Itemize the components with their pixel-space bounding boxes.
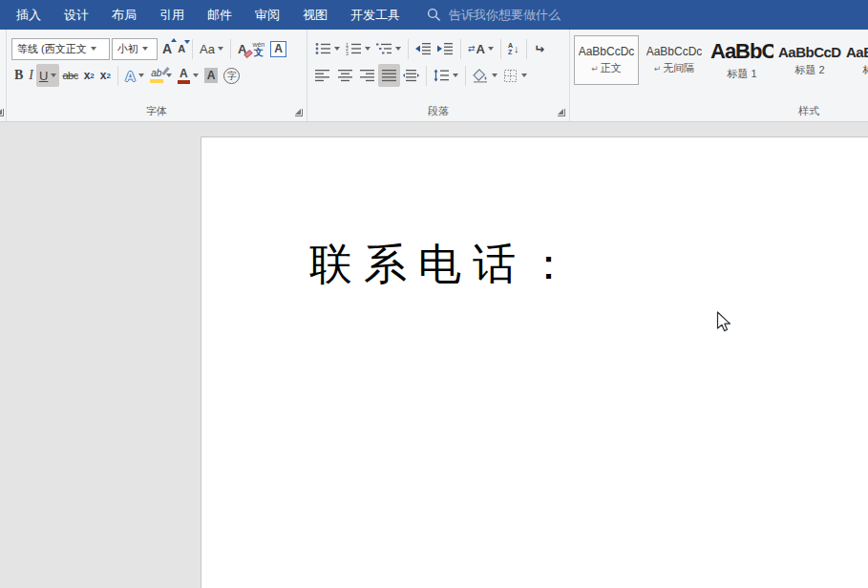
- style-name: ↵无间隔: [654, 61, 695, 75]
- grow-font-icon: A: [162, 41, 172, 56]
- search-placeholder: 告诉我你想要做什么: [449, 7, 561, 24]
- divider: [426, 66, 427, 86]
- tab-view[interactable]: 视图: [291, 0, 339, 30]
- align-right-button[interactable]: [356, 64, 378, 87]
- paragraph-dialog-launcher-icon[interactable]: [558, 109, 565, 116]
- bullet-list-button[interactable]: [312, 37, 343, 60]
- subscript-button[interactable]: x2: [81, 64, 97, 87]
- style-name: 标题 2: [794, 63, 824, 77]
- style-preview: AaBbCcDc: [846, 44, 868, 60]
- style-heading-1[interactable]: AaBbCcDc 标题 1: [709, 35, 774, 85]
- align-center-icon: [337, 69, 353, 82]
- chevron-down-icon: [395, 47, 401, 51]
- font-size-combo[interactable]: 小初: [112, 38, 158, 60]
- superscript-button[interactable]: x2: [97, 64, 114, 87]
- document-body-text[interactable]: 联系电话：: [309, 236, 582, 293]
- chevron-down-icon: [193, 74, 199, 77]
- chevron-down-icon: [365, 47, 370, 51]
- grow-font-button[interactable]: A: [159, 37, 175, 60]
- divider: [465, 66, 466, 86]
- clear-formatting-icon: A: [238, 42, 246, 56]
- strikethrough-button[interactable]: abc: [59, 64, 80, 87]
- ribbon: 等线 (西文正文 小初 A A Aa: [0, 30, 868, 122]
- clipboard-group-partial: [0, 30, 7, 121]
- ribbon-tab-bar: 插入 设计 布局 引用 邮件 审阅 视图 开发工具 告诉我你想要做什么: [0, 0, 868, 30]
- align-center-button[interactable]: [334, 64, 356, 87]
- asian-layout-button[interactable]: ⇄ A: [465, 37, 497, 60]
- show-marks-button[interactable]: ↵: [531, 37, 547, 60]
- font-name-combo[interactable]: 等线 (西文正文: [11, 38, 110, 60]
- tab-layout[interactable]: 布局: [100, 0, 148, 30]
- style-name: ↵正文: [591, 61, 622, 75]
- distribute-button[interactable]: [400, 64, 422, 87]
- line-spacing-button[interactable]: [431, 64, 461, 87]
- style-preview: AaBbCcDc: [778, 44, 841, 60]
- divider: [460, 39, 461, 59]
- shading-button[interactable]: [470, 64, 500, 87]
- numbered-list-button[interactable]: 1 2 3: [343, 37, 373, 60]
- styles-group-label: 样式: [570, 104, 868, 118]
- numbered-list-icon: 1 2 3: [346, 42, 362, 55]
- style-normal[interactable]: AaBbCcDc ↵正文: [574, 35, 639, 85]
- chevron-down-icon: [488, 47, 494, 51]
- increase-indent-icon: [437, 42, 454, 55]
- decrease-indent-icon: [415, 42, 432, 55]
- borders-button[interactable]: [500, 64, 530, 87]
- divider: [500, 39, 501, 59]
- sort-button[interactable]: AZ ↓: [505, 37, 522, 60]
- decrease-indent-button[interactable]: [413, 37, 434, 60]
- highlight-color-button[interactable]: ab: [147, 64, 175, 87]
- clear-formatting-button[interactable]: A: [235, 37, 249, 60]
- justify-icon: [381, 69, 397, 82]
- mouse-cursor-icon: [716, 311, 733, 334]
- chevron-down-icon: [138, 74, 144, 77]
- document-page[interactable]: 联系电话：: [201, 136, 868, 588]
- font-color-button[interactable]: A: [175, 64, 201, 87]
- chevron-down-icon: [91, 47, 96, 51]
- style-no-spacing[interactable]: AaBbCcDc ↵无间隔: [642, 35, 707, 85]
- search-icon: [427, 8, 441, 22]
- style-name: 标题 3: [862, 63, 868, 77]
- shrink-font-button[interactable]: A: [175, 37, 188, 60]
- change-case-icon: Aa: [200, 42, 215, 56]
- style-heading-2[interactable]: AaBbCcDc 标题 2: [777, 35, 842, 85]
- font-group-label: 字体: [7, 104, 307, 118]
- underline-button[interactable]: U: [36, 64, 59, 87]
- tab-insert[interactable]: 插入: [5, 0, 53, 30]
- enclose-characters-button[interactable]: 字: [221, 64, 243, 87]
- italic-button[interactable]: I: [26, 64, 36, 87]
- phonetic-guide-icon: wén 文: [252, 41, 265, 57]
- font-size-value: 小初: [117, 42, 138, 56]
- highlight-icon: ab: [150, 69, 163, 83]
- bullet-list-icon: [315, 42, 331, 55]
- style-heading-3[interactable]: AaBbCcDc 标题 3: [845, 35, 868, 85]
- justify-button[interactable]: [378, 64, 400, 87]
- character-shading-button[interactable]: A: [201, 64, 222, 87]
- text-effects-button[interactable]: A: [122, 64, 147, 87]
- font-name-value: 等线 (西文正文: [17, 42, 87, 56]
- tell-me-search[interactable]: 告诉我你想要做什么: [427, 7, 561, 24]
- chevron-down-icon: [334, 47, 340, 51]
- shrink-font-icon: A: [178, 43, 185, 54]
- divider: [192, 39, 193, 59]
- font-dialog-launcher-icon[interactable]: [295, 109, 303, 116]
- tab-mailings[interactable]: 邮件: [196, 0, 243, 30]
- multilevel-list-icon: [376, 42, 392, 55]
- tab-design[interactable]: 设计: [53, 0, 100, 30]
- align-right-icon: [359, 69, 375, 82]
- change-case-button[interactable]: Aa: [197, 37, 226, 60]
- character-border-button[interactable]: A: [267, 37, 289, 60]
- align-left-button[interactable]: [312, 64, 334, 87]
- tab-references[interactable]: 引用: [148, 0, 196, 30]
- style-preview: AaBbCcDc: [710, 39, 773, 64]
- tab-review[interactable]: 审阅: [243, 0, 291, 30]
- enclose-characters-icon: 字: [223, 68, 240, 84]
- distribute-icon: [403, 69, 419, 82]
- bold-button[interactable]: B: [11, 64, 26, 87]
- multilevel-list-button[interactable]: [373, 37, 404, 60]
- tab-developer[interactable]: 开发工具: [339, 0, 412, 30]
- clipboard-dialog-launcher-icon[interactable]: [0, 109, 4, 116]
- phonetic-guide-button[interactable]: wén 文: [249, 37, 267, 60]
- increase-indent-button[interactable]: [434, 37, 456, 60]
- underline-icon: U: [39, 69, 48, 83]
